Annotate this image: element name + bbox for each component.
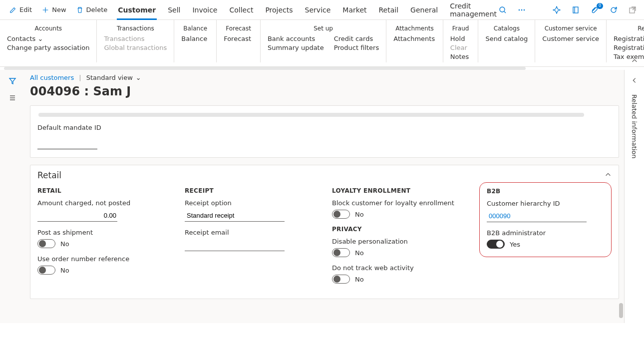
edit-icon [9,6,16,13]
delete-button[interactable]: Delete [72,3,112,16]
refresh-icon[interactable] [609,5,619,15]
right-rail: Related information [624,70,644,323]
b2b-admin-value: Yes [510,241,520,248]
copilot-icon[interactable] [552,5,562,15]
ribbon-group-forecast: Forecast Forecast [217,20,261,62]
ribbon-item-transactions: Transactions [104,35,167,42]
ribbon-collapse[interactable] [630,56,639,65]
useorder-toggle[interactable] [37,266,55,275]
ribbon-group-attachments: Attachments Attachments [386,20,443,62]
office-icon[interactable] [571,5,581,15]
hierarchy-label: Customer hierarchy ID [487,200,604,207]
col-head-privacy: PRIVACY [332,226,464,233]
tab-invoice[interactable]: Invoice [191,2,218,18]
amount-input[interactable] [37,210,117,222]
ribbon-item-forecast[interactable]: Forecast [224,35,253,42]
ribbon-item-change-party[interactable]: Change party association [7,44,89,51]
ribbon-item-summary-update[interactable]: Summary update [268,44,324,51]
ribbon-item-contacts[interactable]: Contacts ⌄ [7,35,89,42]
view-selector[interactable]: Standard view ⌄ [86,74,141,81]
plus-icon [42,6,49,13]
dnt-toggle[interactable] [332,275,350,284]
ribbon-item-attachments[interactable]: Attachments [393,35,436,42]
new-button[interactable]: New [37,3,70,16]
useorder-label: Use order number reference [37,255,170,263]
useorder-value: No [60,267,69,274]
search-icon[interactable] [498,5,508,15]
section-header[interactable]: Retail [37,170,612,180]
disable-personalization-toggle[interactable] [332,248,350,257]
ribbon-item-clear: Clear [450,44,471,51]
inner-scrollbar[interactable] [38,113,584,117]
edit-button[interactable]: Edit [5,3,36,16]
receipt-option-label: Receipt option [185,199,317,207]
ribbon-title: Set up [268,22,379,35]
default-mandate-input[interactable] [37,137,97,149]
main-content: All customers | Standard view ⌄ 004096 :… [25,70,624,323]
vertical-scrollbar[interactable] [619,303,623,318]
tab-projects[interactable]: Projects [264,2,294,18]
delete-label: Delete [86,6,108,13]
ribbon-title: Forecast [224,22,253,35]
ribbon-item-product-filters[interactable]: Product filters [334,44,379,51]
ribbon-title: Customer service [542,22,599,35]
ribbon-item-tax-exempt-search[interactable]: Tax exempt number searc [614,53,644,60]
b2b-highlight-box: B2B Customer hierarchy ID B2B administra… [479,182,612,257]
tab-service[interactable]: Service [304,2,332,18]
receipt-email-input[interactable] [185,239,285,251]
svg-point-1 [519,9,520,10]
chevron-left-icon[interactable] [631,77,638,85]
list-icon[interactable] [7,93,17,103]
tab-retail[interactable]: Retail [377,2,399,18]
tab-general[interactable]: General [409,2,439,18]
ribbon-item-hold[interactable]: Hold [450,35,471,42]
block-loyalty-toggle[interactable] [332,210,350,219]
b2b-admin-toggle[interactable] [487,240,505,249]
content-layout: All customers | Standard view ⌄ 004096 :… [0,70,644,323]
post-shipment-toggle[interactable] [37,239,55,248]
loyalty-privacy-col: LOYALTY ENROLLMENT Block customer for lo… [332,187,464,291]
col-head-loyalty: LOYALTY ENROLLMENT [332,187,464,194]
ribbon-group-balance: Balance Balance [174,20,217,62]
breadcrumb-separator: | [79,74,81,81]
new-label: New [52,6,66,13]
edit-label: Edit [19,6,32,13]
tab-sell[interactable]: Sell [167,2,181,18]
filter-icon[interactable] [7,76,17,86]
more-icon[interactable] [517,5,527,15]
tab-customer[interactable]: Customer [117,2,157,18]
ribbon-item-bank-accounts[interactable]: Bank accounts [268,35,324,42]
svg-point-2 [521,9,523,10]
action-pane-tabs: Customer Sell Invoice Collect Projects S… [117,0,498,22]
retail-columns: RETAIL Amount charged, not posted Post a… [37,187,612,291]
tab-collect[interactable]: Collect [228,2,254,18]
attachments-badge: 0 [597,3,603,9]
related-information-label[interactable]: Related information [631,94,638,159]
tab-market[interactable]: Market [341,2,367,18]
ribbon-item-send-catalog[interactable]: Send catalog [485,35,528,42]
ribbon-item-credit-cards[interactable]: Credit cards [334,35,379,42]
ribbon-item-registration-id-search[interactable]: Registration ID search [614,44,644,51]
ribbon-group-transactions: Transactions Transactions Global transac… [97,20,174,62]
ribbon-item-balance[interactable]: Balance [181,35,209,42]
ribbon-title: Fraud [450,22,471,35]
command-bar: Edit New Delete Customer Sell Invoice Co… [0,0,644,20]
ribbon-item-notes[interactable]: Notes [450,53,471,60]
svg-point-0 [500,7,505,12]
ribbon-title: Accounts [7,22,89,35]
ribbon-item-registration-ids[interactable]: Registration IDs [614,35,644,42]
dnt-value: No [355,276,364,283]
disable-personalization-value: No [355,249,364,257]
attachments-icon[interactable]: 0 [590,5,600,15]
ribbon-group-setup: Set up Bank accounts Summary update Cred… [261,20,386,62]
receipt-option-input[interactable] [185,210,285,222]
ribbon-group-accounts: Accounts Contacts ⌄ Change party associa… [0,20,97,62]
tab-credit-management[interactable]: Credit management [449,0,498,22]
hierarchy-input[interactable] [487,210,587,222]
ribbon-item-customer-service[interactable]: Customer service [542,35,599,42]
popout-icon[interactable] [628,5,638,15]
col-head-retail: RETAIL [37,187,170,194]
left-rail [0,70,25,323]
breadcrumb-link[interactable]: All customers [30,74,74,81]
default-mandate-label: Default mandate ID [37,124,612,131]
